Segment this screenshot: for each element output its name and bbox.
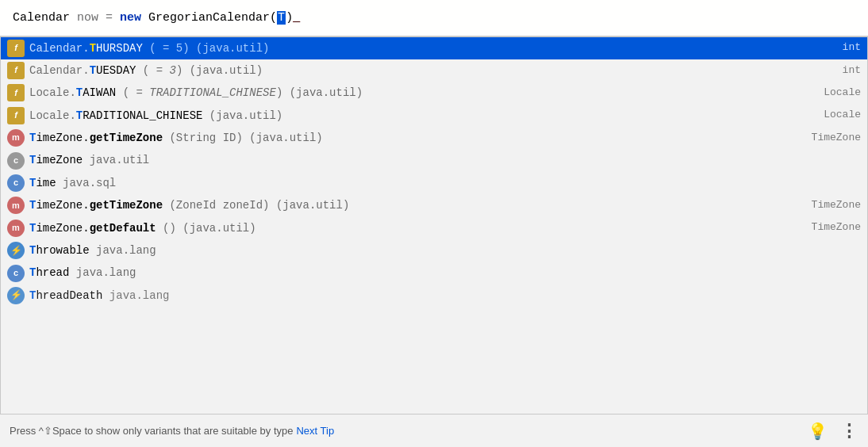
status-right: 💡 ⋮	[808, 421, 858, 441]
item-text: ThreadDeath java.lang	[29, 287, 845, 304]
item-text: TimeZone java.util	[29, 151, 845, 169]
item-return: Locale	[808, 107, 861, 124]
list-item[interactable]: f Calendar.TUESDAY ( = 3) (java.util) in…	[1, 59, 867, 82]
item-text: TimeZone.getTimeZone (ZoneId zoneId) (ja…	[29, 197, 796, 214]
class-icon: c	[7, 152, 25, 170]
item-return: TimeZone	[796, 130, 861, 147]
code-var: now =	[77, 11, 120, 25]
item-text: Locale.TAIWAN ( = TRADITIONAL_CHINESE) (…	[29, 84, 808, 101]
item-return: TimeZone	[796, 197, 861, 214]
field-icon: f	[7, 62, 25, 79]
lightning-icon: ⚡	[7, 242, 25, 259]
item-return: TimeZone	[796, 220, 861, 236]
item-text: Thread java.lang	[29, 264, 845, 281]
lightning-icon: ⚡	[7, 287, 25, 304]
item-text: TimeZone.getDefault () (java.util)	[29, 220, 796, 237]
field-icon: f	[7, 107, 25, 124]
list-item[interactable]: f Locale.TAIWAN ( = TRADITIONAL_CHINESE)…	[1, 82, 867, 104]
tip-prefix: Press ^⇧Space to show only variants that…	[10, 425, 293, 437]
status-bar: Press ^⇧Space to show only variants that…	[0, 414, 868, 447]
code-line: Calendar now = new GregorianCalendar(T)_	[13, 10, 855, 28]
item-text: Calendar.THURSDAY ( = 5) (java.util)	[29, 40, 827, 57]
next-tip-link[interactable]: Next Tip	[296, 425, 334, 437]
list-item[interactable]: f Calendar.THURSDAY ( = 5) (java.util) i…	[1, 37, 867, 59]
list-item[interactable]: c Time java.sql	[1, 172, 867, 194]
code-new-keyword: new	[120, 11, 141, 25]
list-item[interactable]: m TimeZone.getTimeZone (String ID) (java…	[1, 127, 867, 149]
field-icon: f	[7, 84, 25, 101]
item-return: int	[827, 40, 861, 56]
cursor-caret: _	[293, 11, 300, 25]
editor-area: Calendar now = new GregorianCalendar(T)_	[0, 0, 868, 36]
item-text: Time java.sql	[29, 174, 845, 192]
item-text: TimeZone.getTimeZone (String ID) (java.u…	[29, 129, 796, 147]
item-return: Locale	[808, 85, 861, 101]
item-text: Calendar.TUESDAY ( = 3) (java.util)	[29, 62, 827, 79]
class-icon: c	[7, 265, 25, 282]
more-options-icon[interactable]: ⋮	[840, 421, 858, 441]
list-item[interactable]: m TimeZone.getTimeZone (ZoneId zoneId) (…	[1, 194, 867, 216]
list-item[interactable]: f Locale.TRADITIONAL_CHINESE (java.util)…	[1, 105, 867, 127]
completion-dropdown: f Calendar.THURSDAY ( = 5) (java.util) i…	[0, 36, 868, 448]
method-icon: m	[7, 197, 25, 214]
method-icon: m	[7, 220, 25, 237]
item-return: int	[827, 63, 861, 79]
method-icon: m	[7, 129, 25, 147]
list-item[interactable]: c Thread java.lang	[1, 262, 867, 284]
field-icon: f	[7, 40, 25, 57]
cursor-char: T	[277, 11, 286, 25]
class-icon: c	[7, 174, 25, 192]
code-closing: )	[286, 11, 293, 25]
list-item[interactable]: c TimeZone java.util	[1, 149, 867, 171]
code-class-name: GregorianCalendar(	[148, 11, 277, 25]
code-type: Calendar	[13, 11, 70, 25]
list-item[interactable]: ⚡ Throwable java.lang	[1, 239, 867, 262]
item-text: Throwable java.lang	[29, 242, 845, 259]
item-text: Locale.TRADITIONAL_CHINESE (java.util)	[29, 107, 808, 124]
editor-container: Calendar now = new GregorianCalendar(T)_…	[0, 0, 868, 447]
list-item[interactable]: ⚡ ThreadDeath java.lang	[1, 285, 867, 307]
list-item[interactable]: m TimeZone.getDefault () (java.util) Tim…	[1, 217, 867, 239]
bulb-icon[interactable]: 💡	[808, 422, 828, 441]
